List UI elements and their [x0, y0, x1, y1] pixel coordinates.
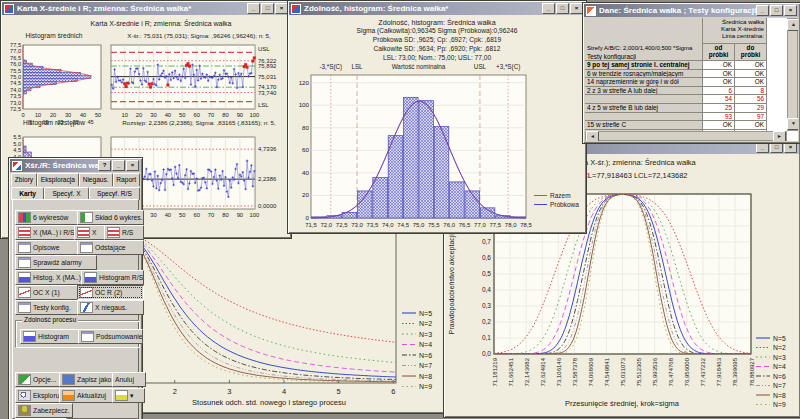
svg-text:5: 5 [337, 387, 341, 396]
svg-text:75,0: 75,0 [413, 222, 425, 228]
mdi-workspace: 23456Stosunek odch. std. nowego i stareg… [0, 0, 800, 419]
window-oc-r-chart: 23456Stosunek odch. std. nowego i stareg… [133, 214, 445, 414]
options-icon [18, 374, 31, 385]
button-label: Zabezpiecz. [33, 407, 70, 414]
button-label: X niegaus. [95, 304, 127, 311]
button-6-wykresów[interactable]: 6 wykresów [15, 210, 81, 225]
button-skład-6-wykres[interactable]: Skład 6 wykres. [77, 210, 144, 225]
table-group-header: Średnica wałkaKarta X-średnieLinia centr… [703, 18, 767, 44]
button-zabezpiecz[interactable]: Zabezpiecz. [15, 403, 73, 418]
button-label: Histogram R/S [99, 274, 143, 281]
close-icon[interactable]: × [126, 160, 139, 171]
r-stats-header: Rozstęp: 2,2386 (2,2386); Sigma: ,83165 … [107, 119, 291, 126]
button-label: 6 wykresów [33, 214, 69, 221]
svg-text:10: 10 [35, 112, 41, 118]
capability-histogram-svg: 02040608010012071,572,072,573,073,574,07… [290, 72, 542, 230]
svg-text:N=7: N=7 [419, 362, 432, 369]
button-label: OC R (2) [95, 289, 122, 296]
button-opcje[interactable]: Opcje... [15, 372, 63, 387]
minimize-icon[interactable]: _ [112, 160, 125, 171]
svg-text:N=5: N=5 [773, 335, 786, 342]
button-opisowe[interactable]: Opisowe [15, 240, 81, 255]
svg-text:75,993536: 75,993536 [652, 357, 658, 386]
process-capability-group: Zdolność procesuHistogramPodsumowanie [15, 320, 140, 348]
scroll-down-icon[interactable]: ▼ [787, 118, 798, 130]
dialog-titlebar[interactable]: Xśr./R: Średnica wałka: Arkusz9 ? _ × [10, 159, 141, 172]
button-x-niegaus[interactable]: X niegaus. [77, 300, 144, 315]
button-histogram-r-s[interactable]: Histogram R/S [81, 270, 144, 285]
svg-text:71,662451: 71,662451 [508, 357, 514, 386]
svg-text:N=7: N=7 [773, 382, 786, 389]
tab-eksploracja[interactable]: Eksploracja [37, 173, 79, 186]
button-testy-konfig[interactable]: Testy konfig. [15, 300, 81, 315]
button-podsumowanie[interactable]: Podsumowanie [78, 329, 143, 344]
tab-niegaus-[interactable]: Niegaus. [79, 173, 113, 186]
button-label: ▾ [130, 392, 133, 400]
svg-text:30: 30 [65, 112, 71, 118]
close-icon[interactable]: × [784, 5, 797, 16]
tab-zbiory[interactable]: Zbiory [11, 173, 37, 186]
button-aktualizuj[interactable]: Aktualizuj [59, 388, 116, 403]
means-histogram-label: Histogram średnich [1, 32, 107, 39]
vertical-scrollbar[interactable]: ▲▼ [787, 18, 798, 131]
svg-text:50: 50 [95, 112, 101, 118]
chart-arrow-icon [115, 390, 128, 401]
table-cell-do: 29 [735, 104, 767, 113]
table-cell-od: OK [703, 78, 735, 87]
button-eksploruj[interactable]: Eksploruj... [15, 388, 63, 403]
legend-label: Próbkowa [550, 201, 579, 208]
capability-window-titlebar[interactable]: Zdolność, histogram: Średnica wałka* _ □… [289, 2, 585, 15]
svg-text:74,5: 74,5 [397, 222, 409, 228]
svg-text:20: 20 [136, 112, 142, 118]
minimize-icon[interactable]: _ [247, 3, 260, 14]
scroll-left-icon[interactable]: ◄ [586, 131, 599, 141]
button-odstające[interactable]: Odstające [77, 240, 144, 255]
histogram-icon [18, 272, 31, 283]
button-label: OC X (1) [33, 289, 60, 296]
svg-text:78,0: 78,0 [505, 222, 517, 228]
xbar-chart-svg: 102030405060708090100USL76,32275,89275,0… [107, 43, 291, 127]
button-histog-x-ma[interactable]: Histog. X (MA..) [15, 270, 85, 285]
maximize-icon[interactable]: □ [261, 3, 274, 14]
maximize-icon[interactable]: □ [556, 3, 569, 14]
svg-text:80: 80 [302, 124, 309, 131]
minimize-icon[interactable]: _ [756, 5, 769, 16]
table-cell-do: 97 [735, 113, 767, 122]
legend-swatch [534, 204, 547, 205]
button-zapisz-jako[interactable]: Zapisz jako... [59, 372, 116, 387]
minimize-icon[interactable]: _ [542, 3, 555, 14]
button-[interactable]: ▾ [112, 388, 145, 403]
top-axis-label: LSL [351, 63, 362, 70]
button-sprawdź-alarmy[interactable]: Sprawdź alarmy [15, 255, 97, 270]
button-anuluj[interactable]: Anuluj [112, 372, 146, 387]
button-r-s[interactable]: R/S [104, 225, 144, 240]
table-cell-do: 56 [735, 95, 767, 104]
xbar-r-window-titlebar[interactable]: Karta X-średnie i R; zmienna: Średnica w… [2, 2, 290, 15]
button-x-ma-i-r-s[interactable]: X (MA..) i R/S [15, 225, 78, 240]
svg-text:20: 20 [302, 191, 309, 198]
help-icon[interactable]: ? [98, 160, 111, 171]
button-oc-x-1[interactable]: OC X (1) [15, 285, 81, 300]
table-cell-do: OK [735, 78, 767, 87]
top-axis-label: Wartość nominalna [392, 63, 446, 70]
table-cell-od: 93 [703, 113, 735, 122]
button-x[interactable]: X [74, 225, 108, 240]
button-label: Histog. X (MA..) [33, 274, 81, 281]
svg-text:75,031: 75,031 [258, 74, 277, 80]
chart-window-icon [291, 4, 301, 14]
tests-window-titlebar[interactable]: Dane: Średnica wałka ; Testy konfiguracj… [584, 4, 799, 17]
horizontal-scrollbar[interactable]: ◄► [585, 131, 787, 141]
button-histogram[interactable]: Histogram [20, 329, 80, 344]
svg-text:77,0: 77,0 [10, 48, 21, 54]
svg-text:N=9: N=9 [419, 383, 432, 390]
dialog-tabs-row1: ZbioryEksploracjaNiegaus.Raport [10, 172, 141, 186]
svg-text:76,956000: 76,956000 [684, 357, 690, 386]
tab-raport[interactable]: Raport [113, 173, 140, 186]
window-tests-table: Dane: Średnica wałka ; Testy konfiguracj… [582, 2, 800, 144]
svg-text:100: 100 [299, 101, 310, 108]
svg-text:60: 60 [193, 112, 199, 118]
scroll-up-icon[interactable]: ▲ [787, 19, 798, 31]
scroll-right-icon[interactable]: ► [773, 131, 786, 141]
button-oc-r-2[interactable]: OC R (2) [77, 285, 144, 300]
maximize-icon[interactable]: □ [770, 5, 783, 16]
